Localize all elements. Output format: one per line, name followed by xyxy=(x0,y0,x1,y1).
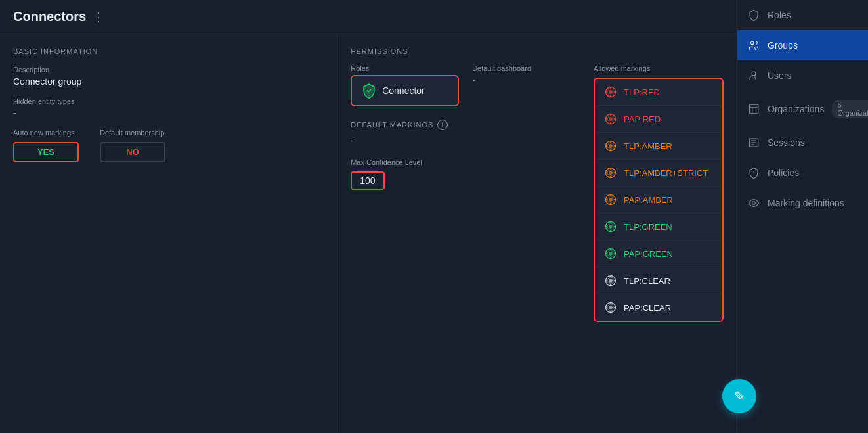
connector-role-name: Connector xyxy=(382,85,425,96)
svg-point-64 xyxy=(752,72,756,76)
shield2-icon xyxy=(748,167,760,179)
marking-icon xyxy=(604,247,617,260)
orgs-count: 5 Organizations xyxy=(832,100,868,118)
svg-point-31 xyxy=(606,199,608,201)
people-icon xyxy=(748,39,760,51)
roles-label: Roles xyxy=(351,64,459,72)
svg-point-26 xyxy=(610,168,612,170)
sidebar-item-label-users: Users xyxy=(768,70,792,81)
max-confidence-label: Max Confidence Level xyxy=(351,158,459,166)
marking-row: TLP:RED xyxy=(595,79,722,106)
svg-point-8 xyxy=(609,117,613,121)
sidebar-item-groups[interactable]: Groups xyxy=(737,30,868,60)
sidebar-item-label-groups: Groups xyxy=(768,40,798,51)
default-membership-group: Default membership NO xyxy=(100,129,165,162)
svg-point-27 xyxy=(610,176,612,178)
auto-new-markings-toggle[interactable]: YES xyxy=(13,142,79,162)
default-dashboard-value: - xyxy=(472,75,580,85)
default-markings-label-row: Default markings i xyxy=(351,120,459,130)
svg-point-12 xyxy=(610,114,612,116)
default-markings-text: Default markings xyxy=(351,121,433,129)
shield-icon xyxy=(748,9,760,21)
svg-point-32 xyxy=(614,199,616,201)
edit-icon: ✎ xyxy=(734,388,745,404)
svg-point-17 xyxy=(606,145,608,147)
marking-name: TLP:AMBER+STRICT xyxy=(624,168,708,178)
sidebar-item-users[interactable]: Users xyxy=(737,60,868,91)
svg-point-40 xyxy=(610,222,612,224)
svg-point-54 xyxy=(610,276,612,278)
svg-point-25 xyxy=(614,172,616,174)
marking-name: PAP:GREEN xyxy=(624,249,673,259)
allowed-markings-col: Allowed markings TLP:RED xyxy=(594,64,724,322)
auto-new-markings-group: Auto new markings YES xyxy=(13,129,79,162)
marking-row: TLP:GREEN xyxy=(595,214,722,240)
description-label: Description xyxy=(13,66,324,74)
svg-point-39 xyxy=(614,226,616,228)
svg-point-19 xyxy=(610,141,612,143)
marking-icon xyxy=(604,220,617,233)
permissions-grid: Roles Connector Defa xyxy=(351,64,724,322)
toggle-section: Auto new markings YES Default membership… xyxy=(13,129,324,162)
main-content: Connectors ⋮ BASIC INFORMATION Descripti… xyxy=(0,0,737,433)
basic-info-label: BASIC INFORMATION xyxy=(13,47,324,55)
connector-shield-icon xyxy=(361,83,377,99)
page-title: Connectors xyxy=(13,9,86,24)
page-header: Connectors ⋮ xyxy=(0,0,737,34)
default-membership-label: Default membership xyxy=(100,129,165,137)
more-options-icon[interactable]: ⋮ xyxy=(93,10,104,24)
svg-point-29 xyxy=(609,198,613,202)
sidebar-item-organizations[interactable]: Organizations 5 Organizations xyxy=(737,91,868,127)
svg-point-43 xyxy=(609,252,613,256)
svg-point-46 xyxy=(614,253,616,255)
sidebar-item-label-organizations: Organizations xyxy=(768,104,824,114)
svg-point-15 xyxy=(609,144,613,148)
person-icon xyxy=(748,70,760,81)
permissions-label: PERMISSIONS xyxy=(351,47,724,55)
svg-point-38 xyxy=(606,226,608,228)
default-dashboard-col: Default dashboard - xyxy=(472,64,580,322)
svg-point-45 xyxy=(606,253,608,255)
basic-info-panel: BASIC INFORMATION Description Connector … xyxy=(0,34,337,433)
svg-point-61 xyxy=(610,303,612,305)
svg-point-52 xyxy=(606,280,608,282)
svg-point-20 xyxy=(610,149,612,151)
marking-row: TLP:AMBER xyxy=(595,133,722,160)
default-dashboard-label: Default dashboard xyxy=(472,64,580,72)
building-icon xyxy=(748,103,760,115)
svg-point-36 xyxy=(609,225,613,229)
sidebar-item-marking-definitions[interactable]: Marking definitions xyxy=(737,188,868,218)
right-sidebar: Roles Groups Users Organizations 5 Organ… xyxy=(737,0,868,433)
marking-name: TLP:AMBER xyxy=(624,141,672,151)
svg-point-60 xyxy=(614,307,616,309)
svg-point-24 xyxy=(606,172,608,174)
connector-role-item[interactable]: Connector xyxy=(351,75,459,106)
marking-name: PAP:RED xyxy=(624,114,661,124)
allowed-markings-label: Allowed markings xyxy=(594,64,724,72)
edit-fab[interactable]: ✎ xyxy=(722,379,756,413)
marking-icon xyxy=(604,301,617,314)
sidebar-item-sessions[interactable]: Sessions xyxy=(737,127,868,158)
svg-point-63 xyxy=(751,41,754,45)
svg-point-6 xyxy=(610,95,612,97)
default-membership-toggle[interactable]: NO xyxy=(100,142,165,162)
marking-row: TLP:AMBER+STRICT xyxy=(595,160,722,187)
svg-point-33 xyxy=(610,195,612,197)
default-markings-section: Default markings i - xyxy=(351,120,459,145)
svg-point-1 xyxy=(609,90,613,94)
markings-box: TLP:RED PAP:RED xyxy=(594,78,724,322)
hidden-entity-value: - xyxy=(13,108,324,118)
svg-rect-65 xyxy=(749,104,758,114)
sidebar-item-roles[interactable]: Roles xyxy=(737,0,868,30)
marking-row: PAP:AMBER xyxy=(595,187,722,214)
description-value: Connector group xyxy=(13,76,324,87)
svg-point-55 xyxy=(610,284,612,286)
marking-row: PAP:CLEAR xyxy=(595,294,722,321)
sidebar-item-policies[interactable]: Policies xyxy=(737,158,868,188)
info-icon[interactable]: i xyxy=(437,120,448,130)
svg-point-41 xyxy=(610,230,612,232)
marking-name: TLP:RED xyxy=(624,87,660,97)
list-icon xyxy=(748,137,760,148)
svg-point-18 xyxy=(614,145,616,147)
marking-icon xyxy=(604,166,617,179)
